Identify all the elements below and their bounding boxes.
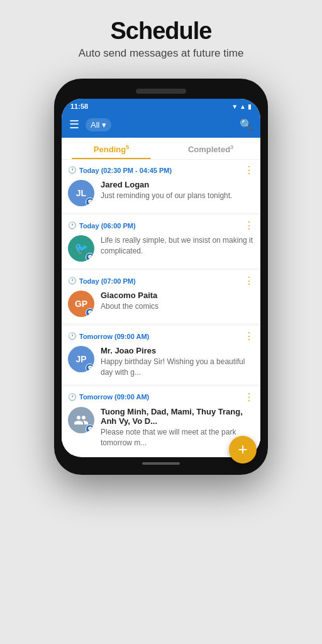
message-header: 🕐 Today (07:00 PM) ⋮ [62, 270, 260, 289]
message-list: 🕐 Today (02:30 PM - 04:45 PM) ⋮ JL 💬 Jar… [62, 160, 260, 454]
clock-icon: 🕐 [68, 221, 77, 230]
avatar: 🐦 💬 [68, 235, 94, 262]
fab-button[interactable]: + [229, 436, 257, 464]
avatar-badge: 💬 [86, 308, 94, 317]
message-time: Tomorrow (09:00 AM) [79, 393, 149, 401]
tabs-bar: Pending5 Completed3 [62, 138, 260, 160]
message-header: 🕐 Tomorrow (09:00 AM) ⋮ [62, 387, 260, 406]
message-header: 🕐 Today (06:00 PM) ⋮ [62, 215, 260, 234]
page-title: Schedule [79, 18, 244, 45]
message-name: Giacomo Paita [101, 291, 254, 300]
tab-pending[interactable]: Pending5 [62, 138, 161, 159]
chevron-down-icon: ▾ [102, 120, 106, 130]
tab-pending-label: Pending [94, 145, 126, 154]
message-body: JP 💬 Mr. Joao Pires Happy birthday Sir! … [62, 345, 260, 384]
avatar-badge: 💬 [86, 364, 94, 372]
clock-icon: 🕐 [68, 332, 77, 340]
more-options-icon[interactable]: ⋮ [244, 219, 254, 231]
phone-bottom-bar [62, 457, 260, 467]
message-time: Today (06:00 PM) [79, 222, 136, 230]
avatar: GP 💬 [68, 291, 94, 317]
clock-icon: 🕐 [68, 393, 77, 401]
more-options-icon[interactable]: ⋮ [244, 391, 254, 403]
list-item[interactable]: 🕐 Today (02:30 PM - 04:45 PM) ⋮ JL 💬 Jar… [62, 160, 260, 213]
list-item[interactable]: 🕐 Today (07:00 PM) ⋮ GP 💬 Giacomo Paita … [62, 270, 260, 323]
tab-pending-badge: 5 [126, 144, 129, 150]
hamburger-icon[interactable]: ☰ [69, 118, 79, 131]
tab-completed[interactable]: Completed3 [161, 138, 260, 159]
page-header: Schedule Auto send messages at future ti… [66, 0, 257, 72]
battery-icon: ▮ [248, 103, 252, 110]
message-time: Today (02:30 PM - 04:45 PM) [79, 167, 172, 174]
phone-shell: 11:58 ▼ ▲ ▮ ☰ All ▾ 🔍 Pending5 Completed… [54, 79, 268, 475]
message-text: Happy birthday Sir! Wishing you a beauti… [101, 357, 254, 378]
avatar-badge: 💬 [86, 197, 94, 206]
clock-icon: 🕐 [68, 166, 77, 174]
message-content: Mr. Joao Pires Happy birthday Sir! Wishi… [101, 346, 254, 378]
list-item[interactable]: 🕐 Tomorrow (09:00 AM) ⋮ JP 💬 Mr. Joao Pi… [62, 326, 260, 384]
filter-label: All [91, 120, 99, 130]
tab-completed-badge: 3 [230, 144, 233, 150]
message-text: Life is really simple, but we insist on … [101, 235, 254, 257]
phone-notch-bar [62, 86, 260, 99]
message-body: GP 💬 Giacomo Paita About the comics [62, 289, 260, 323]
avatar-badge: 💬 [86, 253, 94, 262]
message-text: Just reminding you of our plans tonight. [101, 191, 254, 201]
filter-dropdown[interactable]: All ▾ [86, 118, 111, 131]
phone-screen: 11:58 ▼ ▲ ▮ ☰ All ▾ 🔍 Pending5 Completed… [62, 99, 260, 457]
wifi-icon: ▼ [231, 103, 238, 110]
message-name: Mr. Joao Pires [101, 346, 254, 355]
search-icon[interactable]: 🔍 [240, 118, 253, 131]
more-options-icon[interactable]: ⋮ [244, 330, 254, 342]
page-subtitle: Auto send messages at future time [79, 47, 244, 60]
message-content: Life is really simple, but we insist on … [101, 235, 254, 257]
message-name: Tuong Minh, Dad, Mami, Thuy Trang, Anh V… [101, 407, 254, 426]
message-content: Jared Logan Just reminding you of our pl… [101, 180, 254, 201]
more-options-icon[interactable]: ⋮ [244, 275, 254, 287]
message-content: Giacomo Paita About the comics [101, 291, 254, 312]
status-icons: ▼ ▲ ▮ [231, 103, 252, 110]
tab-completed-label: Completed [188, 145, 230, 154]
message-name: Jared Logan [101, 180, 254, 189]
status-time: 11:58 [70, 103, 88, 110]
app-header: ☰ All ▾ 🔍 [62, 113, 260, 138]
message-body: JL 💬 Jared Logan Just reminding you of o… [62, 179, 260, 213]
status-bar: 11:58 ▼ ▲ ▮ [62, 99, 260, 113]
message-text: About the comics [101, 301, 254, 312]
message-time: Today (07:00 PM) [79, 277, 136, 285]
signal-icon: ▲ [240, 103, 246, 110]
clock-icon: 🕐 [68, 277, 77, 285]
phone-notch [136, 89, 186, 94]
more-options-icon[interactable]: ⋮ [244, 164, 254, 176]
avatar: JP 💬 [68, 346, 94, 372]
message-header: 🕐 Tomorrow (09:00 AM) ⋮ [62, 326, 260, 345]
avatar: JL 💬 [68, 180, 94, 206]
avatar: 💬 [68, 407, 94, 433]
avatar-badge: 💬 [86, 425, 94, 433]
list-item[interactable]: 🕐 Today (06:00 PM) ⋮ 🐦 💬 Life is really … [62, 215, 260, 268]
message-header: 🕐 Today (02:30 PM - 04:45 PM) ⋮ [62, 160, 260, 179]
message-body: 🐦 💬 Life is really simple, but we insist… [62, 234, 260, 268]
bottom-indicator [142, 462, 180, 465]
message-time: Tomorrow (09:00 AM) [79, 333, 149, 340]
